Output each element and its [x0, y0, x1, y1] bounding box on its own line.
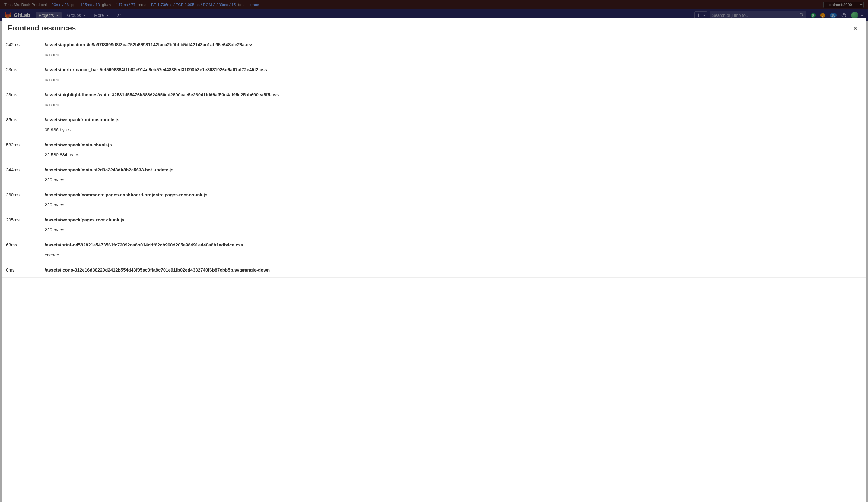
nav-projects-label: Projects [39, 13, 54, 18]
resource-row: 260ms/assets/webpack/commons~pages.dashb… [2, 187, 866, 212]
resource-path: /assets/webpack/main.chunk.js [45, 142, 862, 147]
resource-path: /assets/application-4e9a97f8899d8f3ca752… [45, 42, 862, 47]
resource-meta: cached [45, 102, 862, 107]
resource-time: 244ms [6, 167, 45, 182]
frontend-resources-modal: Frontend resources × 242ms/assets/applic… [2, 18, 866, 502]
resource-meta: 35.936 bytes [45, 127, 862, 132]
modal-body[interactable]: 242ms/assets/application-4e9a97f8899d8f3… [2, 37, 866, 502]
perf-pg-value: 20ms / 28 [52, 2, 69, 7]
resource-main: /assets/highlight/themes/white-32531d554… [45, 92, 862, 107]
perf-pg-label: pg [71, 2, 75, 7]
perf-gitaly-label: gitaly [102, 2, 111, 7]
merge-request-badge: 3 [820, 13, 825, 18]
resource-meta: 22.580.884 bytes [45, 152, 862, 157]
resource-row: 23ms/assets/performance_bar-5ef5698384f1… [2, 62, 866, 87]
perf-add-button[interactable]: + [264, 2, 266, 7]
nav-issues[interactable]: 6 [809, 13, 816, 18]
resource-time: 23ms [6, 67, 45, 82]
resource-path: /assets/performance_bar-5ef5698384f1b82e… [45, 67, 862, 72]
resource-path: /assets/webpack/main.af2d9a2248db8b2e563… [45, 167, 862, 172]
resource-meta: 220 bytes [45, 177, 862, 182]
perf-timing[interactable]: BE 1.736ms / FCP 2.095ms / DOM 3.380ms /… [151, 2, 246, 7]
resource-meta: cached [45, 52, 862, 57]
resource-time: 242ms [6, 42, 45, 57]
resource-row: 23ms/assets/highlight/themes/white-32531… [2, 87, 866, 112]
resource-main: /assets/webpack/runtime.bundle.js35.936 … [45, 117, 862, 132]
resource-row: 582ms/assets/webpack/main.chunk.js22.580… [2, 137, 866, 162]
nav-todos[interactable]: 18 [828, 13, 837, 18]
svg-point-6 [844, 16, 844, 17]
search-input[interactable] [712, 13, 797, 18]
resource-main: /assets/webpack/pages.root.chunk.js220 b… [45, 217, 862, 232]
resource-main: /assets/print-d4582821a5473561fc72092ca6… [45, 242, 862, 257]
perf-redis-value: 147ms / 77 [116, 2, 135, 7]
resource-time: 85ms [6, 117, 45, 132]
resource-row: 85ms/assets/webpack/runtime.bundle.js35.… [2, 112, 866, 137]
resource-time: 63ms [6, 242, 45, 257]
perf-redis[interactable]: 147ms / 77 redis [116, 2, 146, 7]
resource-meta: cached [45, 77, 862, 82]
resource-row: 63ms/assets/print-d4582821a5473561fc7209… [2, 238, 866, 262]
resource-row: 0ms/assets/icons-312e16d38220d2412b554d4… [2, 262, 866, 278]
nav-merge-requests[interactable]: 3 [818, 13, 826, 18]
plus-icon [696, 13, 701, 18]
resource-row: 295ms/assets/webpack/pages.root.chunk.js… [2, 212, 866, 238]
perf-host-select[interactable]: localhost:3000 [823, 1, 864, 8]
resource-main: /assets/application-4e9a97f8899d8f3ca752… [45, 42, 862, 57]
resource-main: /assets/webpack/commons~pages.dashboard.… [45, 192, 862, 207]
resource-main: /assets/icons-312e16d38220d2412b554d43f0… [45, 267, 862, 272]
resource-main: /assets/performance_bar-5ef5698384f1b82e… [45, 67, 862, 82]
modal-header: Frontend resources × [2, 18, 866, 37]
perf-pg[interactable]: 20ms / 28 pg [52, 2, 75, 7]
performance-bar: Tims-MacBook-Pro.local 20ms / 28 pg 125m… [0, 0, 868, 9]
perf-timing-label: total [238, 2, 246, 7]
perf-trace-link[interactable]: trace [250, 2, 259, 7]
resource-row: 244ms/assets/webpack/main.af2d9a2248db8b… [2, 162, 866, 187]
perf-gitaly-value: 125ms / 13 [80, 2, 100, 7]
resource-main: /assets/webpack/main.chunk.js22.580.884 … [45, 142, 862, 157]
resource-path: /assets/print-d4582821a5473561fc72092ca6… [45, 242, 862, 247]
resource-meta: 220 bytes [45, 227, 862, 232]
resource-meta: cached [45, 252, 862, 257]
modal-title: Frontend resources [8, 24, 76, 32]
resource-path: /assets/webpack/pages.root.chunk.js [45, 217, 862, 222]
perf-host: Tims-MacBook-Pro.local [4, 2, 47, 7]
nav-more-label: More [94, 13, 104, 18]
resource-time: 23ms [6, 92, 45, 107]
close-icon[interactable]: × [851, 23, 860, 33]
search-icon [799, 13, 804, 18]
resource-path: /assets/icons-312e16d38220d2412b554d43f0… [45, 267, 862, 272]
resource-row: 242ms/assets/application-4e9a97f8899d8f3… [2, 37, 866, 62]
perf-timing-value: BE 1.736ms / FCP 2.095ms / DOM 3.380ms /… [151, 2, 236, 7]
todos-badge: 18 [830, 13, 837, 18]
resource-path: /assets/webpack/runtime.bundle.js [45, 117, 862, 122]
resource-main: /assets/webpack/main.af2d9a2248db8b2e563… [45, 167, 862, 182]
resource-path: /assets/webpack/commons~pages.dashboard.… [45, 192, 862, 197]
perf-gitaly[interactable]: 125ms / 13 gitaly [80, 2, 111, 7]
brand-name[interactable]: GitLab [14, 12, 30, 18]
resource-time: 582ms [6, 142, 45, 157]
resource-time: 260ms [6, 192, 45, 207]
resource-meta: 220 bytes [45, 202, 862, 207]
nav-groups-label: Groups [67, 13, 81, 18]
resource-time: 295ms [6, 217, 45, 232]
resource-path: /assets/highlight/themes/white-32531d554… [45, 92, 862, 97]
issues-badge: 6 [811, 13, 816, 18]
perf-redis-label: redis [138, 2, 146, 7]
resource-time: 0ms [6, 267, 45, 272]
